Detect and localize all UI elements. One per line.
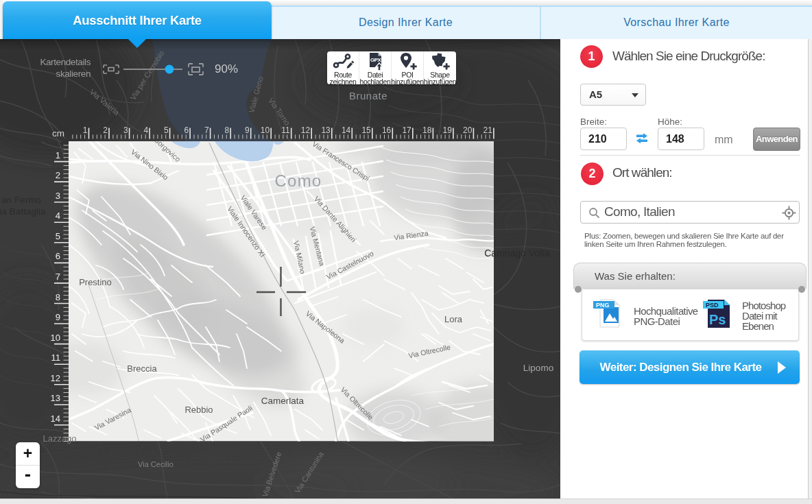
svg-text:3: 3 (123, 125, 128, 135)
svg-text:Prestino: Prestino (79, 277, 112, 287)
svg-text:Camerlata: Camerlata (261, 396, 304, 406)
svg-text:Lora: Lora (444, 314, 463, 324)
svg-text:GPX: GPX (370, 57, 382, 63)
svg-text:11: 11 (281, 125, 290, 135)
svg-text:PNG: PNG (596, 302, 610, 309)
svg-text:21: 21 (483, 125, 493, 135)
svg-text:Rebbio: Rebbio (184, 405, 213, 415)
svg-text:17: 17 (402, 125, 411, 135)
svg-text:7: 7 (56, 272, 60, 282)
svg-text:18: 18 (422, 125, 432, 135)
svg-text:19: 19 (443, 125, 453, 135)
svg-text:10: 10 (261, 125, 270, 135)
svg-text:11: 11 (51, 352, 61, 363)
svg-text:10: 10 (51, 333, 60, 343)
svg-text:13: 13 (321, 125, 331, 135)
svg-text:2: 2 (56, 170, 60, 180)
svg-text:1: 1 (83, 125, 88, 135)
svg-text:14: 14 (342, 125, 351, 135)
svg-text:Ps: Ps (709, 312, 726, 327)
svg-text:ia Battaglia: ia Battaglia (0, 206, 46, 217)
svg-text:9: 9 (245, 125, 250, 135)
svg-text:8: 8 (56, 292, 60, 302)
svg-text:1: 1 (56, 150, 60, 160)
svg-text:Brunate: Brunate (349, 90, 387, 101)
svg-text:6: 6 (184, 125, 189, 135)
svg-text:2: 2 (103, 125, 108, 135)
svg-text:cm: cm (52, 128, 64, 139)
svg-text:9: 9 (56, 312, 60, 322)
svg-text:12: 12 (301, 125, 311, 135)
svg-text:16: 16 (382, 125, 392, 135)
svg-text:14: 14 (51, 413, 60, 424)
svg-text:7: 7 (204, 125, 209, 135)
svg-text:PSD: PSD (706, 302, 719, 309)
svg-text:Via Cecilio: Via Cecilio (138, 460, 174, 468)
svg-text:4: 4 (143, 125, 148, 135)
svg-text:8: 8 (225, 125, 230, 135)
svg-text:20: 20 (463, 125, 473, 135)
svg-text:3: 3 (56, 191, 60, 201)
svg-text:4: 4 (56, 211, 60, 221)
svg-text:Lipomo: Lipomo (523, 363, 553, 373)
svg-text:12: 12 (51, 373, 60, 383)
svg-text:15: 15 (361, 125, 371, 135)
svg-text:5: 5 (164, 125, 169, 135)
svg-text:an Fermo: an Fermo (1, 195, 41, 205)
svg-text:6: 6 (56, 251, 60, 261)
svg-text:5: 5 (56, 231, 60, 241)
svg-text:Breccia: Breccia (127, 363, 157, 374)
svg-text:Como: Como (275, 171, 322, 190)
svg-text:13: 13 (51, 393, 60, 403)
svg-text:Camnago Volta: Camnago Volta (484, 248, 550, 259)
svg-text:Lazzago: Lazzago (43, 433, 76, 444)
